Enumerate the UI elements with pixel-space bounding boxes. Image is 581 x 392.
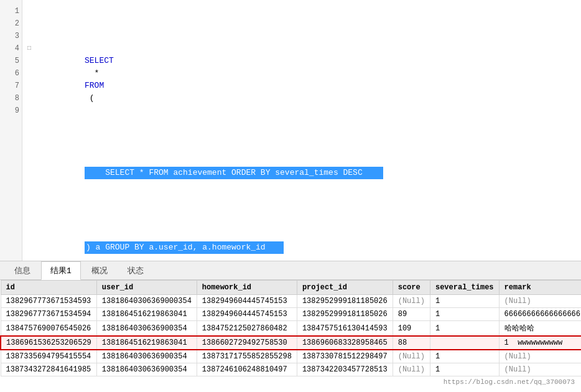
- table-header-row: id user_id homework_id project_id score …: [1, 281, 581, 295]
- cell-remark: 哈哈哈哈: [499, 321, 581, 337]
- table-row[interactable]: 13847576900765450​26 13818640306369003​5…: [1, 321, 581, 337]
- cell-remark: 1 wwwwwwwwww: [499, 336, 581, 350]
- results-table: id user_id homework_id project_id score …: [0, 280, 581, 376]
- line-numbers: 1 2 3 4 5 6 7 8 9: [0, 0, 22, 261]
- cell-id: 13873356947954155​54: [1, 350, 96, 363]
- cell-project-id: 13873307815122984​97: [297, 350, 393, 363]
- table-row[interactable]: 13873432728416419​85 13818640306369003​5…: [1, 363, 581, 376]
- table-row[interactable]: 13829677736715345​94 13818645162198630​4…: [1, 308, 581, 321]
- cell-score: (Null): [393, 295, 430, 308]
- cell-user-id: 13818640306369003​54: [96, 321, 197, 337]
- table-row[interactable]: 13873356947954155​54 13818640306369003​5…: [1, 350, 581, 363]
- watermark: https://blog.csdn.net/qq_3700073: [444, 378, 575, 386]
- cell-remark: (Null): [499, 350, 581, 363]
- cell-score: 88: [393, 336, 430, 350]
- cell-id: 13829677736715345​93: [1, 295, 96, 308]
- fold-icon-1[interactable]: □: [27, 42, 35, 55]
- code-container: 1 2 3 4 5 6 7 8 9 □ SELECT * FROM (: [0, 0, 581, 261]
- cell-id: 13847576900765450​26: [1, 321, 96, 337]
- table-row[interactable]: 13829677736715345​93 1381864030636900035…: [1, 295, 581, 308]
- cell-homework-id: 13829496044457451​53: [197, 295, 297, 308]
- highlighted-code-line3: ) a GROUP BY a.user_id, a.homework_id: [85, 241, 284, 254]
- cell-project-id: 13829529991811850​26: [297, 308, 393, 321]
- cell-remark: (Null): [499, 295, 581, 308]
- cell-homework-id: 13866027294927585​30: [197, 336, 297, 350]
- cell-homework-id: 13872461062488104​97: [197, 363, 297, 376]
- cell-remark: 6666666666666666666​6: [499, 308, 581, 321]
- col-id: id: [1, 281, 96, 295]
- col-several-times: several_times: [430, 281, 499, 295]
- tab-bar: 信息 结果1 概况 状态: [0, 261, 581, 280]
- results-area[interactable]: id user_id homework_id project_id score …: [0, 280, 581, 392]
- cell-user-id: 13818640306369000354: [96, 295, 197, 308]
- cell-homework-id: 13847521250278604​82: [197, 321, 297, 337]
- cell-several-times: 1: [430, 308, 499, 321]
- keyword-from: FROM: [85, 81, 104, 90]
- cell-score: 89: [393, 308, 430, 321]
- bottom-panel: 信息 结果1 概况 状态 id user_id homework_id proj…: [0, 261, 581, 392]
- cell-id: 13873432728416419​85: [1, 363, 96, 376]
- tab-status[interactable]: 状态: [118, 261, 153, 280]
- cell-id: 13869615362532065​29: [1, 336, 96, 350]
- cell-several-times: 1: [430, 321, 499, 337]
- col-remark: remark: [499, 281, 581, 295]
- tab-info[interactable]: 信息: [5, 261, 40, 280]
- cell-remark: (Null): [499, 363, 581, 376]
- code-content[interactable]: □ SELECT * FROM ( SELECT * FROM achievem…: [22, 0, 581, 261]
- col-user-id: user_id: [96, 281, 197, 295]
- keyword-select: SELECT: [85, 56, 114, 65]
- cell-homework-id: 13829496044457451​53: [197, 308, 297, 321]
- code-line-1: □ SELECT * FROM (: [27, 42, 576, 117]
- editor-area: 1 2 3 4 5 6 7 8 9 □ SELECT * FROM (: [0, 0, 581, 261]
- highlighted-code-line2: SELECT * FROM achievement ORDER BY sever…: [85, 167, 383, 179]
- code-line-2: SELECT * FROM achievement ORDER BY sever…: [27, 154, 576, 192]
- cell-user-id: 13818645162198630​41: [96, 336, 197, 350]
- tab-results1[interactable]: 结果1: [41, 261, 81, 280]
- cell-score: (Null): [393, 350, 430, 363]
- col-score: score: [393, 281, 430, 295]
- cell-several-times: 1: [430, 363, 499, 376]
- cell-project-id: 13847575161304145​93: [297, 321, 393, 337]
- cell-several-times: 1: [430, 295, 499, 308]
- cell-several-times: 1: [430, 350, 499, 363]
- cell-user-id: 13818640306369003​54: [96, 350, 197, 363]
- cell-user-id: 13818640306369003​54: [96, 363, 197, 376]
- cell-project-id: 13829529991811850​26: [297, 295, 393, 308]
- cell-score: 109: [393, 321, 430, 337]
- cell-homework-id: 13873171755852855​298: [197, 350, 297, 363]
- cell-id: 13829677736715345​94: [1, 308, 96, 321]
- cell-project-id: 13869606833289584​65: [297, 336, 393, 350]
- cell-project-id: 13873422034577285​13: [297, 363, 393, 376]
- col-project-id: project_id: [297, 281, 393, 295]
- code-line-3: ) a GROUP BY a.user_id, a.homework_id: [27, 229, 576, 261]
- tab-overview[interactable]: 概况: [82, 261, 117, 280]
- table-row-highlighted[interactable]: 13869615362532065​29 13818645162198630​4…: [1, 336, 581, 350]
- cell-several-times: [430, 336, 499, 350]
- col-homework-id: homework_id: [197, 281, 297, 295]
- cell-score: (Null): [393, 363, 430, 376]
- cell-user-id: 13818645162198630​41: [96, 308, 197, 321]
